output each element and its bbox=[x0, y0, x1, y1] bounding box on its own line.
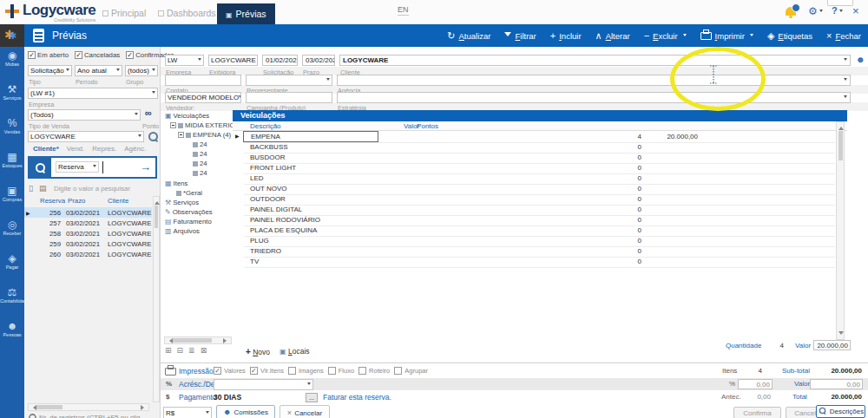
checkbox-agrupar[interactable]: Agrupar bbox=[394, 367, 428, 375]
checkbox-roteiro[interactable]: Roteiro bbox=[358, 367, 390, 375]
sidebar-item-receber[interactable]: ◎Receber bbox=[0, 216, 24, 250]
grupo-select[interactable]: (todos) bbox=[125, 65, 158, 76]
sidebar-item-vendas[interactable]: %Vendas bbox=[0, 114, 24, 148]
tipo-venda-select[interactable]: (Todos) bbox=[28, 109, 141, 121]
tree-node-servicos[interactable]: ⚒Serviços bbox=[165, 199, 199, 206]
search-button[interactable] bbox=[30, 158, 51, 177]
reservation-row[interactable]: 25803/02/2021LOGYCWARE bbox=[24, 228, 152, 238]
descricoes-button[interactable]: Descrições bbox=[816, 405, 865, 418]
grid-col-reserva[interactable]: Reserva bbox=[40, 197, 65, 205]
empresa-select[interactable]: (LW #1) bbox=[28, 88, 158, 99]
valor-input[interactable]: 0,00 bbox=[810, 379, 863, 389]
help-icon[interactable]: ? bbox=[832, 5, 843, 16]
checkbox-fluxo[interactable]: Fluxo bbox=[328, 367, 354, 375]
clipboard-icon[interactable]: ▯ bbox=[29, 184, 33, 193]
pagamento-more-button[interactable]: ... bbox=[306, 393, 318, 402]
entity-tab-representante[interactable]: Repres. bbox=[92, 145, 116, 153]
reservation-row[interactable]: 26003/02/2021LOGYCWARE bbox=[24, 249, 152, 259]
cancelar-reserva-button[interactable]: ×Cancelar bbox=[279, 405, 330, 418]
reservation-row[interactable]: ▶25603/02/2021LOGYCWARE bbox=[24, 207, 152, 218]
comissoes-button[interactable]: ☻Comissões bbox=[216, 405, 275, 418]
tree-collapse-all-icon[interactable]: ⊟ bbox=[177, 346, 184, 355]
tree-node-24[interactable]: 24 bbox=[193, 150, 207, 158]
tree-node-24[interactable]: 24 bbox=[193, 140, 207, 148]
campanha-field[interactable] bbox=[246, 92, 332, 103]
empresa-field[interactable]: LW bbox=[165, 55, 204, 66]
locais-button[interactable]: ▣ Locais bbox=[279, 347, 310, 356]
pagamento-link[interactable]: Pagamento bbox=[179, 393, 216, 402]
checkbox-canceladas[interactable]: ✓Canceladas bbox=[75, 51, 120, 59]
tree-hscrollbar[interactable] bbox=[164, 336, 232, 344]
entity-tab-vendedor[interactable]: Vend. bbox=[67, 145, 84, 153]
grid-copy-icon[interactable]: ▤ bbox=[39, 184, 47, 193]
cliente-field[interactable]: LOGYCWARE bbox=[339, 55, 851, 66]
tree-list-view-icon[interactable]: ≣ bbox=[188, 346, 195, 355]
search-entity-icon[interactable] bbox=[148, 132, 158, 143]
binoculars-icon[interactable]: ∞ bbox=[145, 108, 152, 118]
tree-node-veiculacoes[interactable]: ▣Veiculações bbox=[165, 112, 209, 120]
tree-node-itens[interactable]: ▦Itens bbox=[165, 180, 187, 187]
sidebar-item-pessoas[interactable]: ☻Pessoas bbox=[0, 317, 24, 351]
reservation-list-hscrollbar[interactable] bbox=[28, 403, 149, 411]
close-module-button[interactable]: ×Fechar bbox=[826, 30, 861, 41]
settings-gear-icon[interactable]: ⚙ bbox=[808, 5, 823, 17]
col-valor[interactable]: Valor bbox=[404, 122, 419, 130]
contato-field[interactable] bbox=[165, 75, 241, 86]
tree-close-view-icon[interactable]: ⊠ bbox=[201, 346, 207, 355]
faturar-link[interactable]: Faturar esta reserva. bbox=[323, 393, 391, 402]
sidebar-item-contabilidade[interactable]: ⚖Contabilidade bbox=[0, 284, 24, 317]
sidebar-item-compras[interactable]: ▣Compras bbox=[0, 182, 24, 216]
alter-button[interactable]: ∧Alterar bbox=[595, 30, 630, 42]
novo-button[interactable]: + Novo bbox=[246, 347, 270, 356]
tree-node-empena[interactable]: EMPENA (4) bbox=[178, 131, 231, 139]
labels-button[interactable]: ◈Etiquetas bbox=[767, 30, 812, 42]
table-row[interactable]: TV0 bbox=[244, 257, 835, 268]
collapse-icon[interactable] bbox=[178, 132, 184, 138]
search-go-icon[interactable]: → bbox=[140, 160, 151, 173]
reservation-row[interactable]: 25903/02/2021LOGYCWARE bbox=[24, 238, 152, 249]
reservation-row[interactable]: 25703/02/2021LOGYCWARE bbox=[24, 218, 152, 228]
sidebar-item-midias[interactable]: ◉Mídias bbox=[0, 47, 24, 81]
vendedor-field[interactable]: VENDEDOR MODELO bbox=[165, 92, 241, 103]
tree-node-arquivos[interactable]: ▥Arquivos bbox=[165, 227, 200, 235]
agencia-field[interactable] bbox=[337, 75, 851, 86]
grid-col-prazo[interactable]: Prazo bbox=[68, 197, 85, 205]
grid-col-cliente[interactable]: Cliente bbox=[108, 197, 128, 205]
reservation-list-scrollbar[interactable] bbox=[153, 196, 160, 402]
impressao-link[interactable]: Impressão bbox=[179, 367, 214, 376]
representante-field[interactable] bbox=[246, 75, 332, 86]
tab-previas[interactable]: ▣Prévias bbox=[217, 3, 275, 24]
tree-node-faturamento[interactable]: ▤Faturamento bbox=[165, 218, 212, 225]
sidebar-item-servicos[interactable]: ⚒Serviços bbox=[0, 81, 24, 114]
prazo-field[interactable]: 03/02/2021 bbox=[302, 55, 335, 66]
search-field-select[interactable]: Reserva bbox=[56, 161, 99, 173]
tree-expand-all-icon[interactable]: ⊞ bbox=[165, 346, 172, 355]
entity-tab-cliente[interactable]: Cliente* bbox=[33, 145, 59, 153]
tree-node-observacoes[interactable]: ✎Observações bbox=[165, 208, 213, 216]
tree-node-24[interactable]: 24 bbox=[193, 160, 207, 167]
notifications-bell-icon[interactable] bbox=[786, 7, 796, 16]
estrategia-field[interactable] bbox=[337, 92, 851, 103]
delete-button[interactable]: −Excluir bbox=[644, 30, 687, 41]
checkbox-vlr-itens[interactable]: ✓Vlr.Itens bbox=[250, 367, 284, 375]
include-button[interactable]: +Incluir bbox=[550, 30, 582, 41]
currency-select[interactable]: R$ bbox=[163, 407, 212, 418]
acresc-select[interactable] bbox=[214, 379, 313, 390]
exibidora-field[interactable]: LOGYCWARE SISTE bbox=[208, 55, 258, 66]
language-selector[interactable]: EN bbox=[398, 5, 409, 16]
checkbox-valores[interactable]: ✓Valores bbox=[214, 367, 246, 375]
solicitacao-field[interactable]: 01/02/2021 bbox=[262, 55, 298, 66]
tree-node-geral[interactable]: *Geral bbox=[176, 189, 202, 197]
people-plus-icon[interactable]: ☻ bbox=[856, 55, 865, 64]
sidebar-item-pagar[interactable]: ◈Pagar bbox=[0, 250, 24, 284]
tab-principal[interactable]: Principal bbox=[102, 8, 146, 18]
collapse-icon[interactable] bbox=[170, 122, 176, 128]
tipo-select[interactable]: Solicitação bbox=[28, 65, 72, 76]
col-descricao[interactable]: Descrição bbox=[250, 122, 281, 130]
periodo-select[interactable]: Ano atual bbox=[75, 65, 122, 76]
search-input[interactable] bbox=[102, 161, 103, 173]
refresh-button[interactable]: ↻Atualizar bbox=[447, 30, 490, 42]
window-close-icon[interactable]: × bbox=[852, 4, 859, 17]
confirma-button[interactable]: Confirma bbox=[733, 407, 781, 418]
checkbox-em-aberto[interactable]: ✓Em aberto bbox=[28, 51, 69, 59]
